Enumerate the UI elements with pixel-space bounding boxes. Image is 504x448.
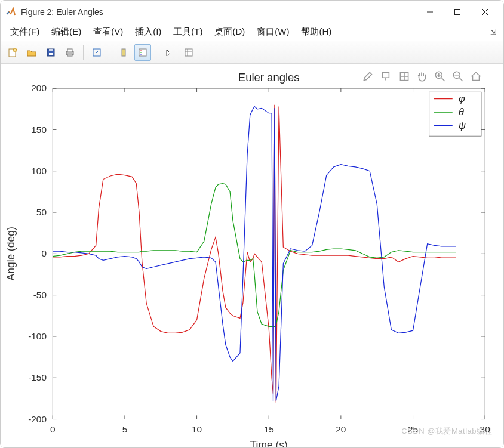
svg-rect-8 <box>49 49 53 51</box>
svg-text:50: 50 <box>36 207 47 217</box>
svg-text:100: 100 <box>31 166 47 176</box>
svg-text:0: 0 <box>41 248 47 258</box>
svg-rect-13 <box>122 49 125 56</box>
svg-rect-1 <box>455 9 460 14</box>
svg-rect-7 <box>49 53 53 55</box>
close-button[interactable] <box>471 1 499 23</box>
toolbar-separator <box>110 45 110 60</box>
svg-rect-30 <box>53 88 485 419</box>
toolbar-separator <box>156 45 156 60</box>
svg-rect-10 <box>67 49 72 52</box>
svg-text:20: 20 <box>336 424 346 434</box>
svg-text:15: 15 <box>264 424 274 434</box>
figure-area: 051015202530-200-150-100-50050100150200E… <box>1 64 503 447</box>
menu-overflow-icon[interactable]: ⇲ <box>490 28 500 36</box>
menu-tools[interactable]: 工具(T) <box>167 25 208 39</box>
svg-text:-150: -150 <box>28 372 47 382</box>
menu-window[interactable]: 窗口(W) <box>251 25 295 39</box>
svg-point-5 <box>13 48 17 52</box>
colorbar-button[interactable] <box>115 44 132 61</box>
minimize-button[interactable] <box>416 1 444 23</box>
svg-text:-200: -200 <box>28 414 47 424</box>
svg-text:Euler angles: Euler angles <box>238 71 300 84</box>
svg-rect-14 <box>139 49 146 56</box>
watermark-text: CSDN @我爱Matlab编程 <box>401 426 493 437</box>
svg-rect-18 <box>185 49 192 56</box>
menu-file[interactable]: 文件(F) <box>4 25 45 39</box>
menu-help[interactable]: 帮助(H) <box>295 25 337 39</box>
link-button[interactable] <box>88 44 105 61</box>
toolbar-separator <box>83 45 84 60</box>
figure-window: Figure 2: Euler Angles 文件(F) 编辑(E) 查看(V)… <box>0 0 504 448</box>
menu-view[interactable]: 查看(V) <box>87 25 129 39</box>
title-bar: Figure 2: Euler Angles <box>1 1 503 23</box>
window-title: Figure 2: Euler Angles <box>21 7 103 17</box>
menu-edit[interactable]: 编辑(E) <box>45 25 87 39</box>
svg-text:Time (s): Time (s) <box>250 439 288 447</box>
menu-bar: 文件(F) 编辑(E) 查看(V) 插入(I) 工具(T) 桌面(D) 窗口(W… <box>1 23 503 41</box>
svg-text:-100: -100 <box>28 331 47 341</box>
svg-text:ψ: ψ <box>459 120 466 131</box>
new-figure-button[interactable] <box>4 44 21 61</box>
matlab-icon <box>5 7 16 17</box>
svg-text:10: 10 <box>192 424 202 434</box>
maximize-button[interactable] <box>444 1 471 23</box>
edit-plot-button[interactable] <box>161 44 178 61</box>
menu-insert[interactable]: 插入(I) <box>129 25 167 39</box>
save-button[interactable] <box>42 44 59 61</box>
svg-text:5: 5 <box>122 424 128 434</box>
svg-text:φ: φ <box>459 93 465 104</box>
svg-text:200: 200 <box>31 83 47 93</box>
svg-text:Angle (deg): Angle (deg) <box>5 227 17 280</box>
print-button[interactable] <box>62 44 78 61</box>
svg-text:-50: -50 <box>33 290 47 300</box>
open-button[interactable] <box>23 44 40 61</box>
svg-rect-11 <box>67 54 72 56</box>
legend-button[interactable] <box>134 44 151 61</box>
svg-text:θ: θ <box>459 106 464 117</box>
menu-desktop[interactable]: 桌面(D) <box>208 25 251 39</box>
svg-text:0: 0 <box>50 424 56 434</box>
axes[interactable]: 051015202530-200-150-100-50050100150200E… <box>1 64 503 447</box>
property-inspector-button[interactable] <box>180 44 197 61</box>
svg-text:150: 150 <box>31 125 47 135</box>
toolbar <box>1 41 503 64</box>
